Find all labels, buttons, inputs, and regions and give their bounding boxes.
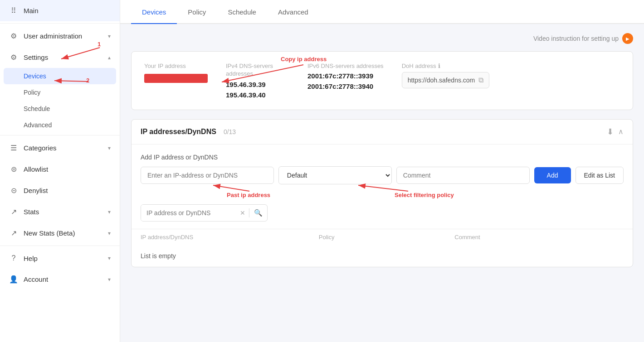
- search-section: ✕ 🔍: [132, 204, 633, 229]
- chevron-down-icon: ▾: [108, 209, 111, 215]
- info-icon[interactable]: ℹ: [438, 63, 440, 69]
- tabs-bar: Devices Policy Schedule Advanced: [120, 0, 644, 24]
- tab-policy[interactable]: Policy: [177, 0, 217, 24]
- sidebar-item-stats[interactable]: ↗ Stats ▾: [0, 201, 120, 222]
- sidebar-categories-label: Categories: [24, 144, 57, 152]
- allowlist-icon: ⊜: [9, 165, 18, 173]
- main-content: Devices Policy Schedule Advanced Video i…: [120, 0, 644, 342]
- select-policy-text: Select filtering policy: [395, 192, 454, 198]
- search-box: ✕ 🔍: [141, 204, 268, 222]
- chevron-down-icon: ▾: [108, 145, 111, 151]
- chevron-down-icon: ▾: [108, 255, 111, 261]
- sidebar: ⠿ Main ⚙ User administration ▾ ⚙ Setting…: [0, 0, 120, 342]
- sidebar-allowlist-label: Allowlist: [24, 165, 48, 173]
- account-icon: 👤: [9, 275, 18, 284]
- your-ip-section: Your IP address: [144, 63, 208, 83]
- sidebar-item-settings[interactable]: ⚙ Settings ▴: [0, 47, 120, 68]
- sidebar-item-policy[interactable]: Policy: [0, 84, 120, 101]
- ipv6-value-2: 2001:67c:2778::3940: [307, 82, 384, 90]
- sidebar-new-stats-label: New Stats (Beta): [24, 229, 75, 237]
- doh-box: https://doh.safedns.com ⧉: [402, 72, 490, 88]
- sidebar-item-schedule[interactable]: Schedule: [0, 101, 120, 117]
- sidebar-item-categories[interactable]: ☰ Categories ▾: [0, 137, 120, 159]
- new-stats-icon: ↗: [9, 229, 18, 237]
- sidebar-schedule-label: Schedule: [24, 105, 50, 112]
- ipv4-value-2: 195.46.39.40: [226, 91, 289, 99]
- doh-value: https://doh.safedns.com: [408, 77, 475, 84]
- form-annotations: Past ip address Select filtering policy: [141, 192, 624, 204]
- sidebar-devices-label: Devices: [24, 72, 46, 80]
- ipv4-label: IPv4 DNS-servers addresses: [226, 63, 289, 78]
- ipv6-section: IPv6 DNS-servers addresses 2001:67c:2778…: [307, 63, 384, 90]
- ipv6-value-1: 2001:67c:2778::3939: [307, 72, 384, 80]
- sidebar-settings-label: Settings: [24, 53, 48, 61]
- ipv4-value-1: 195.46.39.39: [226, 81, 289, 88]
- sidebar-item-account[interactable]: 👤 Account ▾: [0, 269, 120, 290]
- col-header-policy: Policy: [319, 234, 446, 241]
- doh-section: DoH address ℹ https://doh.safedns.com ⧉: [402, 63, 490, 88]
- annotation-past-ip: Past ip address: [227, 192, 270, 198]
- video-instruction-bar: Video instruction for setting up ▶: [131, 33, 633, 44]
- sidebar-item-allowlist[interactable]: ⊜ Allowlist: [0, 159, 120, 180]
- svg-line-7: [358, 185, 408, 191]
- table-header: IP address/DynDNS Policy Comment: [132, 229, 633, 245]
- section-header-actions: ⬇ ∧: [607, 127, 624, 137]
- search-icon[interactable]: 🔍: [249, 209, 267, 217]
- copy-icon[interactable]: ⧉: [478, 76, 483, 84]
- sidebar-stats-label: Stats: [24, 208, 39, 216]
- svg-line-6: [213, 185, 249, 191]
- ip-address-bar: [144, 74, 208, 83]
- ip-input[interactable]: [141, 167, 274, 184]
- add-form-row: DefaultBlock AllAllow AllCustom Policy 1…: [141, 166, 624, 184]
- sidebar-item-advanced[interactable]: Advanced: [0, 117, 120, 133]
- sidebar-item-denylist[interactable]: ⊝ Denylist: [0, 180, 120, 201]
- sidebar-advanced-label: Advanced: [24, 121, 52, 129]
- section-title: IP addresses/DynDNS: [141, 128, 216, 136]
- sidebar-item-help[interactable]: ? Help ▾: [0, 248, 120, 269]
- sidebar-policy-label: Policy: [24, 89, 40, 96]
- clear-icon[interactable]: ✕: [236, 209, 249, 217]
- past-ip-text: Past ip address: [227, 192, 270, 198]
- col-header-ip: IP address/DynDNS: [141, 234, 310, 241]
- doh-label: DoH address: [402, 63, 436, 69]
- denylist-icon: ⊝: [9, 186, 18, 195]
- collapse-icon[interactable]: ∧: [618, 127, 624, 136]
- sidebar-item-user-admin[interactable]: ⚙ User administration ▾: [0, 25, 120, 47]
- sidebar-item-new-stats[interactable]: ↗ New Stats (Beta) ▾: [0, 222, 120, 244]
- section-count: 0/13: [224, 128, 236, 135]
- policy-select[interactable]: DefaultBlock AllAllow AllCustom Policy 1: [278, 166, 392, 184]
- sidebar-user-admin-label: User administration: [24, 32, 82, 40]
- tab-schedule[interactable]: Schedule: [217, 0, 267, 24]
- annotation-select-policy: Select filtering policy: [395, 192, 454, 198]
- sidebar-item-main[interactable]: ⠿ Main: [0, 0, 120, 21]
- ipv6-label: IPv6 DNS-servers addresses: [307, 63, 384, 69]
- sidebar-account-label: Account: [24, 275, 48, 283]
- gear-icon: ⚙: [9, 53, 18, 62]
- your-ip-label: Your IP address: [144, 63, 208, 69]
- search-input[interactable]: [141, 205, 236, 221]
- chevron-down-icon: ▾: [108, 276, 111, 283]
- grid-icon: ⠿: [9, 6, 18, 15]
- play-button[interactable]: ▶: [622, 33, 633, 44]
- download-icon[interactable]: ⬇: [607, 127, 614, 137]
- help-icon: ?: [9, 254, 18, 262]
- sidebar-item-devices[interactable]: Devices: [4, 68, 116, 84]
- chevron-down-icon: ▾: [108, 230, 111, 236]
- add-form-label: Add IP address or DynDNS: [141, 154, 624, 161]
- ip-section-card: IP addresses/DynDNS 0/13 ⬇ ∧ Add IP addr…: [131, 119, 633, 267]
- sidebar-main-label: Main: [24, 7, 39, 14]
- stats-icon: ↗: [9, 207, 18, 216]
- add-button[interactable]: Add: [534, 167, 571, 183]
- ipv4-section: IPv4 DNS-servers addresses 195.46.39.39 …: [226, 63, 289, 99]
- edit-list-button[interactable]: Edit as List: [576, 167, 624, 184]
- tab-devices[interactable]: Devices: [131, 0, 177, 24]
- categories-icon: ☰: [9, 144, 18, 152]
- tab-advanced[interactable]: Advanced: [267, 0, 319, 24]
- user-admin-icon: ⚙: [9, 32, 18, 40]
- sidebar-denylist-label: Denylist: [24, 187, 48, 194]
- sidebar-help-label: Help: [24, 255, 38, 262]
- table-empty: List is empty: [132, 245, 633, 267]
- comment-input[interactable]: [396, 167, 530, 184]
- content-area: Video instruction for setting up ▶ Your …: [120, 24, 644, 342]
- video-instruction-link[interactable]: Video instruction for setting up ▶: [533, 33, 633, 44]
